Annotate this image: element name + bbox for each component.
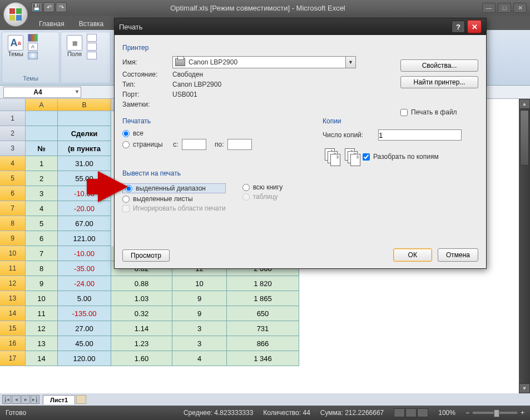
print-area-icon[interactable]: [87, 52, 97, 59]
close-button[interactable]: ✕: [513, 3, 527, 13]
table-cell[interactable]: -20.00: [58, 201, 111, 216]
table-cell[interactable]: 3: [172, 336, 227, 351]
table-cell[interactable]: 67.00: [58, 216, 111, 231]
print-to-file-checkbox[interactable]: [400, 109, 408, 116]
table-cell[interactable]: 10: [172, 276, 227, 291]
col-header-b[interactable]: B: [58, 99, 111, 111]
cell-header-punkt[interactable]: (в пункта: [58, 141, 111, 156]
orientation-icon[interactable]: [87, 34, 97, 42]
margins-button[interactable]: ▦ Поля: [65, 34, 85, 58]
table-cell[interactable]: 120.00: [58, 351, 111, 366]
table-cell[interactable]: 1.23: [111, 336, 172, 351]
table-cell[interactable]: 121.00: [58, 231, 111, 246]
table-cell[interactable]: 0.88: [111, 276, 172, 291]
table-cell[interactable]: 1.03: [111, 291, 172, 306]
table-cell[interactable]: 2: [26, 171, 58, 186]
size-icon[interactable]: [87, 43, 97, 51]
select-all-corner[interactable]: [0, 99, 26, 111]
copies-field[interactable]: [378, 129, 462, 141]
table-cell[interactable]: 6: [26, 231, 58, 246]
table-cell[interactable]: 0.32: [111, 306, 172, 321]
tab-nav-prev-icon[interactable]: ◂: [12, 395, 21, 404]
table-cell[interactable]: 1 346: [227, 351, 299, 366]
zoom-slider[interactable]: [473, 412, 517, 414]
table-cell[interactable]: 3: [172, 321, 227, 336]
name-box[interactable]: A4: [3, 87, 81, 98]
theme-colors-icon[interactable]: [28, 34, 38, 42]
table-cell[interactable]: 1.14: [111, 321, 172, 336]
theme-fonts-icon[interactable]: A: [28, 43, 38, 51]
row-header[interactable]: 11: [0, 261, 26, 276]
row-header[interactable]: 14: [0, 306, 26, 321]
tab-home[interactable]: Главная: [32, 18, 71, 30]
cell-header-sdelki[interactable]: Сделки: [58, 126, 111, 141]
radio-entire-workbook[interactable]: [242, 184, 250, 191]
cell-header-no[interactable]: №: [26, 141, 58, 156]
table-cell[interactable]: 1.60: [111, 351, 172, 366]
printer-properties-button[interactable]: Свойства...: [400, 59, 478, 72]
table-cell[interactable]: 650: [227, 306, 299, 321]
view-normal-icon[interactable]: [394, 408, 405, 417]
row-header[interactable]: 7: [0, 201, 26, 216]
table-cell[interactable]: 4: [172, 351, 227, 366]
row-header[interactable]: 17: [0, 351, 26, 366]
table-cell[interactable]: 866: [227, 336, 299, 351]
qat-redo-icon[interactable]: ↷: [56, 2, 67, 12]
page-from-field[interactable]: [182, 139, 206, 150]
table-cell[interactable]: -24.00: [58, 276, 111, 291]
new-sheet-icon[interactable]: [76, 395, 86, 404]
chevron-down-icon[interactable]: ▼: [345, 57, 355, 68]
scroll-up-icon[interactable]: ▲: [519, 99, 530, 109]
zoom-out-icon[interactable]: −: [465, 409, 469, 417]
table-cell[interactable]: 5.00: [58, 291, 111, 306]
table-cell[interactable]: 27.00: [58, 321, 111, 336]
col-header-a[interactable]: A: [26, 99, 58, 111]
table-cell[interactable]: 9: [26, 276, 58, 291]
tab-nav-next-icon[interactable]: ▸: [21, 395, 30, 404]
office-button[interactable]: [3, 2, 28, 27]
row-header[interactable]: 8: [0, 216, 26, 231]
dialog-close-icon[interactable]: ✕: [467, 20, 482, 33]
table-cell[interactable]: 1 820: [227, 276, 299, 291]
view-layout-icon[interactable]: [405, 408, 417, 417]
row-header[interactable]: 4: [0, 156, 26, 171]
table-cell[interactable]: 12: [26, 321, 58, 336]
scroll-down-icon[interactable]: ▼: [519, 383, 530, 393]
table-cell[interactable]: 1: [26, 156, 58, 171]
qat-save-icon[interactable]: 💾: [31, 2, 42, 12]
table-cell[interactable]: 13: [26, 336, 58, 351]
radio-pages[interactable]: [122, 141, 130, 148]
table-cell[interactable]: 45.00: [58, 336, 111, 351]
table-cell[interactable]: 1 865: [227, 291, 299, 306]
table-cell[interactable]: 5: [26, 216, 58, 231]
table-cell[interactable]: 9: [172, 291, 227, 306]
themes-button[interactable]: Aa Темы: [6, 34, 26, 58]
maximize-button[interactable]: □: [498, 3, 511, 13]
table-cell[interactable]: -10.00: [58, 246, 111, 261]
dialog-help-icon[interactable]: ?: [452, 21, 465, 33]
sheet-tab-1[interactable]: Лист1: [43, 395, 75, 404]
row-header[interactable]: 16: [0, 336, 26, 351]
radio-all[interactable]: [122, 130, 130, 137]
table-cell[interactable]: 11: [26, 306, 58, 321]
qat-undo-icon[interactable]: ↶: [43, 2, 55, 12]
row-header[interactable]: 13: [0, 291, 26, 306]
row-header[interactable]: 9: [0, 231, 26, 246]
collate-checkbox[interactable]: [363, 153, 370, 161]
tab-nav-first-icon[interactable]: ╽◂: [2, 395, 11, 404]
row-header[interactable]: 12: [0, 276, 26, 291]
ok-button[interactable]: ОК: [393, 248, 432, 262]
table-cell[interactable]: -35.00: [58, 261, 111, 276]
table-cell[interactable]: 731: [227, 321, 299, 336]
zoom-level[interactable]: 100%: [438, 409, 455, 417]
row-header[interactable]: 6: [0, 186, 26, 201]
preview-button[interactable]: Просмотр: [122, 249, 170, 262]
find-printer-button[interactable]: Найти принтер...: [400, 76, 478, 88]
table-cell[interactable]: 14: [26, 351, 58, 366]
tab-insert[interactable]: Вставка: [72, 18, 111, 30]
page-to-field[interactable]: [227, 139, 252, 150]
table-cell[interactable]: 10: [26, 291, 58, 306]
vertical-scrollbar[interactable]: ▲ ▼: [519, 99, 530, 393]
minimize-button[interactable]: —: [482, 3, 496, 13]
table-cell[interactable]: 4: [26, 201, 58, 216]
